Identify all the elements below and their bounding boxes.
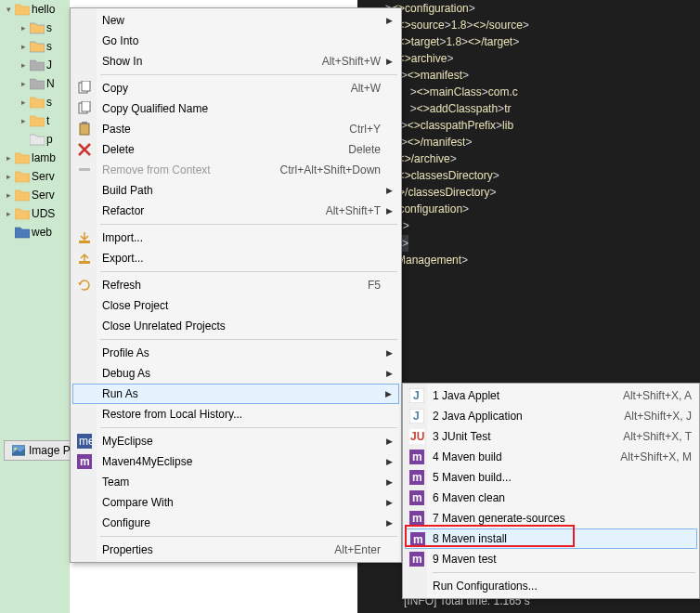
svg-rect-8 [79, 261, 90, 264]
image-preview-tab[interactable]: Image P [4, 440, 79, 461]
chevron-right-icon: ▶ [385, 389, 393, 398]
tree-item-10[interactable]: ▸Serv [0, 186, 70, 204]
submenu-8-maven-install[interactable]: m8 Maven install [405, 528, 697, 549]
menu-separator [100, 339, 397, 340]
expand-toggle[interactable]: ▸ [4, 172, 13, 181]
menu-separator [100, 271, 397, 272]
context-menu[interactable]: New▶Go IntoShow InAlt+Shift+W▶CopyAlt+WC… [70, 7, 402, 563]
project-icon [15, 207, 30, 220]
menu-close-project[interactable]: Close Project [72, 295, 399, 316]
menu-new[interactable]: New▶ [72, 10, 399, 31]
tree-label: s [46, 21, 52, 34]
menu-label: Restore from Local History... [102, 408, 386, 421]
file-xml-icon [30, 133, 45, 146]
menu-label: Run As [102, 387, 385, 400]
chevron-right-icon: ▶ [386, 348, 394, 358]
menu-profile-as[interactable]: Profile As▶ [72, 343, 399, 363]
menu-export[interactable]: Export... [72, 248, 399, 268]
expand-toggle[interactable] [19, 135, 28, 144]
m-icon: m [410, 532, 425, 547]
expand-toggle[interactable]: ▸ [19, 42, 28, 51]
library-icon [30, 59, 45, 72]
m-icon: m [409, 511, 424, 526]
tree-item-12[interactable]: web [0, 223, 70, 241]
menu-myeclipse[interactable]: meMyEclipse▶ [72, 431, 399, 451]
expand-toggle[interactable]: ▸ [4, 190, 13, 200]
menu-label: Close Project [102, 299, 386, 312]
expand-toggle[interactable]: ▸ [19, 116, 28, 125]
menu-paste[interactable]: PasteCtrl+Y [72, 119, 399, 139]
submenu-7-maven-generate-sources[interactable]: m7 Maven generate-sources [405, 508, 697, 528]
submenu-run-configurations[interactable]: Run Configurations... [405, 576, 697, 596]
menu-import[interactable]: Import... [72, 228, 399, 248]
submenu-1-java-applet[interactable]: J1 Java AppletAlt+Shift+X, A [405, 385, 697, 406]
code-line: ><>archive> [367, 50, 700, 67]
expand-toggle[interactable]: ▸ [19, 23, 28, 33]
tree-item-0[interactable]: ▾hello [0, 0, 70, 19]
menu-refresh[interactable]: RefreshF5 [72, 275, 399, 295]
tree-item-7[interactable]: p [0, 130, 70, 149]
tree-item-9[interactable]: ▸Serv [0, 167, 70, 186]
submenu-9-maven-test[interactable]: m9 Maven test [405, 549, 697, 569]
expand-toggle[interactable]: ▾ [4, 5, 13, 14]
tree-label: s [46, 40, 52, 53]
submenu-4-maven-build[interactable]: m4 Maven buildAlt+Shift+X, M [405, 447, 697, 467]
shortcut: Alt+Shift+X, J [624, 410, 692, 423]
expand-toggle[interactable]: ▸ [4, 153, 13, 163]
chevron-right-icon: ▶ [386, 437, 394, 446]
menu-build-path[interactable]: Build Path▶ [72, 180, 399, 201]
menu-label: Build Path [102, 184, 386, 197]
menu-go-into[interactable]: Go Into [72, 31, 399, 51]
tree-item-1[interactable]: ▸s [0, 19, 70, 37]
menu-show-in[interactable]: Show InAlt+Shift+W▶ [72, 51, 399, 72]
expand-toggle[interactable]: ▸ [4, 209, 13, 218]
menu-separator [100, 224, 397, 225]
tree-item-2[interactable]: ▸s [0, 37, 70, 56]
menu-delete[interactable]: DeleteDelete [72, 139, 399, 160]
project-explorer[interactable]: ▾hello▸s▸s▸J▸N▸s▸tp▸lamb▸Serv▸Serv▸UDSwe… [0, 0, 70, 613]
menu-debug-as[interactable]: Debug As▶ [72, 363, 399, 384]
folder-icon [30, 114, 45, 127]
code-line: ><>manifest> [367, 67, 700, 84]
menu-configure[interactable]: Configure▶ [72, 513, 399, 533]
menu-team[interactable]: Team▶ [72, 472, 399, 492]
shortcut: Alt+Shift+X, M [620, 450, 692, 463]
submenu-3-junit-test[interactable]: JU3 JUnit TestAlt+Shift+X, T [405, 426, 697, 447]
menu-restore-from-local-history[interactable]: Restore from Local History... [72, 404, 399, 424]
menu-run-as[interactable]: Run As▶ [72, 384, 399, 404]
menu-label: Refresh [102, 279, 368, 292]
tree-label: N [46, 77, 55, 90]
menu-compare-with[interactable]: Compare With▶ [72, 492, 399, 513]
menu-properties[interactable]: PropertiesAlt+Enter [72, 540, 399, 560]
run-as-submenu[interactable]: J1 Java AppletAlt+Shift+X, AJ2 Java Appl… [402, 383, 700, 599]
tree-item-4[interactable]: ▸N [0, 74, 70, 93]
menu-label: 8 Maven install [433, 532, 696, 545]
code-line: plugin> [367, 217, 700, 234]
menu-close-unrelated-projects[interactable]: Close Unrelated Projects [72, 316, 399, 336]
code-line: ><>/manifest> [367, 134, 700, 150]
menu-refactor[interactable]: RefactorAlt+Shift+T▶ [72, 201, 399, 221]
tree-item-3[interactable]: ▸J [0, 56, 70, 74]
folder-icon [15, 170, 30, 183]
expand-toggle[interactable]: ▸ [19, 79, 28, 88]
chevron-right-icon: ▶ [386, 457, 394, 466]
menu-label: Export... [102, 252, 386, 265]
menu-copy[interactable]: CopyAlt+W [72, 78, 399, 98]
shortcut: Alt+Shift+X, A [623, 389, 692, 402]
submenu-5-maven-build[interactable]: m5 Maven build... [405, 467, 697, 488]
submenu-2-java-application[interactable]: J2 Java ApplicationAlt+Shift+X, J [405, 406, 697, 426]
expand-toggle[interactable] [4, 228, 13, 237]
tree-item-5[interactable]: ▸s [0, 93, 70, 111]
svg-text:m: m [80, 455, 90, 468]
svg-rect-4 [80, 124, 89, 135]
paste-icon [77, 122, 92, 137]
tree-item-8[interactable]: ▸lamb [0, 149, 70, 167]
menu-copy-qualified-name[interactable]: Copy Qualified Name [72, 98, 399, 119]
submenu-6-maven-clean[interactable]: m6 Maven clean [405, 488, 697, 508]
expand-toggle[interactable]: ▸ [19, 98, 28, 107]
tree-item-6[interactable]: ▸t [0, 111, 70, 130]
tree-item-11[interactable]: ▸UDS [0, 204, 70, 223]
expand-toggle[interactable]: ▸ [19, 60, 28, 70]
tree-label: t [46, 114, 49, 127]
menu-maven4myeclipse[interactable]: mMaven4MyEclipse▶ [72, 451, 399, 472]
